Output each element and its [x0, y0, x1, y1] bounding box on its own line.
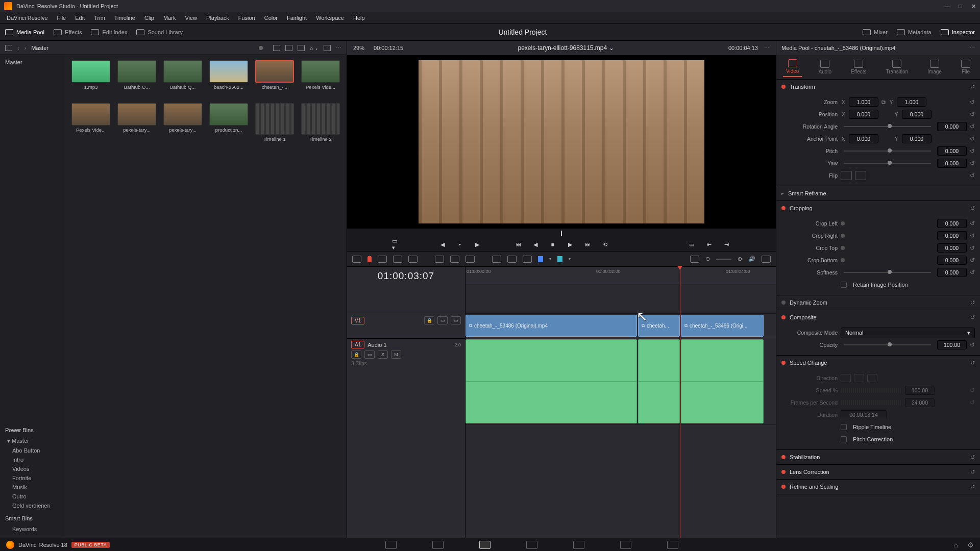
- menu-item[interactable]: Fusion: [235, 14, 259, 22]
- list-view-icon[interactable]: [298, 45, 305, 51]
- timeline-ruler[interactable]: 01:00:00:00 01:00:02:00 01:00:04:00: [465, 267, 776, 285]
- viewer-options-icon[interactable]: ⋯: [764, 45, 770, 52]
- home-icon[interactable]: ⌂: [954, 541, 958, 549]
- composite-header[interactable]: Composite↺: [776, 310, 980, 324]
- softness-field[interactable]: 0.000: [937, 268, 967, 277]
- edit-index-toggle[interactable]: Edit Index: [91, 29, 127, 35]
- edit-page-icon[interactable]: [479, 541, 491, 549]
- dynamic-zoom-header[interactable]: Dynamic Zoom↺: [776, 295, 980, 310]
- color-page-icon[interactable]: [573, 541, 584, 549]
- power-bin-item[interactable]: Intro: [5, 455, 60, 464]
- clip-thumbnail[interactable]: Pexels Vide...: [70, 103, 112, 142]
- audio-clip[interactable]: [638, 339, 680, 423]
- audio-icon[interactable]: 🔊: [748, 256, 755, 262]
- composite-mode-select[interactable]: Normal▾: [841, 328, 975, 338]
- effects-toggle[interactable]: Effects: [54, 29, 82, 35]
- media-page-icon[interactable]: [385, 541, 397, 549]
- enable-dot[interactable]: [781, 470, 786, 474]
- anchor-y-field[interactable]: 0.000: [902, 134, 932, 143]
- breadcrumb[interactable]: Master: [31, 45, 48, 51]
- timeline-view-icon[interactable]: [352, 256, 361, 263]
- solo-button[interactable]: S: [378, 350, 388, 359]
- blade-tool[interactable]: [408, 256, 418, 263]
- tab-audio[interactable]: Audio: [815, 58, 835, 77]
- rotation-field[interactable]: 0.000: [937, 122, 967, 131]
- menu-item[interactable]: Color: [261, 14, 281, 22]
- power-bin-item[interactable]: Outro: [5, 492, 60, 501]
- go-last-button[interactable]: ⏭: [583, 241, 592, 248]
- smart-reframe-header[interactable]: ▸Smart Reframe: [776, 186, 980, 201]
- power-bin-master[interactable]: ▾ Master: [5, 436, 60, 446]
- reset-icon[interactable]: ↺: [970, 341, 975, 348]
- retime-header[interactable]: Retime and Scaling↺: [776, 480, 980, 494]
- chevron-down-icon[interactable]: ▾: [569, 257, 571, 261]
- opacity-field[interactable]: 100.00: [937, 340, 967, 349]
- reset-icon[interactable]: ↺: [970, 205, 975, 212]
- window-close[interactable]: ✕: [971, 3, 976, 10]
- clip-thumbnail[interactable]: Bathtub Q...: [162, 60, 204, 99]
- fairlight-page-icon[interactable]: [620, 541, 631, 549]
- tab-transition[interactable]: Transition: [883, 58, 912, 77]
- reset-icon[interactable]: ↺: [970, 98, 975, 106]
- marker-dot-icon[interactable]: •: [455, 241, 464, 248]
- menu-item[interactable]: Fairlight: [283, 14, 310, 22]
- out-point-icon[interactable]: ⇥: [722, 241, 731, 248]
- tab-video[interactable]: Video: [783, 57, 802, 77]
- zoom-out-icon[interactable]: ⊖: [705, 256, 710, 262]
- menu-item[interactable]: Playback: [203, 14, 233, 22]
- pitch-correction-checkbox[interactable]: [841, 436, 847, 442]
- fps-field[interactable]: 24.000: [905, 398, 935, 407]
- loop-button[interactable]: ⟲: [600, 241, 609, 248]
- video-clip[interactable]: ⧉cheetah_-_53486 (Original).mp4: [465, 315, 637, 337]
- cropping-header[interactable]: Cropping↺: [776, 201, 980, 215]
- pool-options-icon[interactable]: ⋯: [336, 44, 341, 51]
- nav-fwd-icon[interactable]: ›: [24, 45, 27, 51]
- video-track-header[interactable]: V1 🔒 ▭ ▭: [347, 314, 465, 338]
- insert-clip-icon[interactable]: [435, 256, 444, 263]
- reset-icon[interactable]: ↺: [970, 244, 975, 252]
- video-clip[interactable]: ⧉cheetah_-_53486 (Origi...: [681, 315, 764, 337]
- menu-item[interactable]: Help: [350, 14, 369, 22]
- search-icon[interactable]: ⌕ ▾: [310, 45, 318, 51]
- yaw-field[interactable]: 0.000: [937, 159, 967, 168]
- fps-slider[interactable]: [841, 400, 902, 405]
- menu-item[interactable]: Workspace: [312, 14, 348, 22]
- menu-item[interactable]: DaVinci Resolve: [3, 14, 52, 22]
- trim-tool[interactable]: [378, 256, 387, 263]
- lock-icon[interactable]: [523, 256, 532, 263]
- window-minimize[interactable]: —: [944, 3, 949, 10]
- marker-cyan[interactable]: [557, 256, 562, 262]
- crop-top-field[interactable]: 0.000: [937, 243, 967, 253]
- settings-icon[interactable]: ⚙: [967, 541, 974, 549]
- go-first-button[interactable]: ⏮: [513, 241, 523, 248]
- audio-track-header[interactable]: A1 Audio 1 2.0 🔒 ▭ S M 3 Clips: [347, 338, 465, 425]
- step-back-button[interactable]: ◀: [531, 241, 540, 248]
- speed-pct-field[interactable]: 100.00: [905, 386, 935, 395]
- duration-field[interactable]: 00:00:18:14: [841, 410, 887, 419]
- menu-item[interactable]: View: [181, 14, 201, 22]
- dynamic-trim-tool[interactable]: [393, 256, 402, 263]
- disable-track-icon[interactable]: ▭: [451, 316, 461, 324]
- pitch-field[interactable]: 0.000: [937, 146, 967, 156]
- reset-icon[interactable]: ↺: [970, 135, 975, 142]
- next-marker-icon[interactable]: ▶: [473, 241, 482, 248]
- selection-tool[interactable]: [368, 256, 372, 262]
- crop-right-field[interactable]: 0.000: [937, 231, 967, 240]
- tab-image[interactable]: Image: [924, 58, 945, 77]
- in-point-icon[interactable]: ⇤: [704, 241, 714, 248]
- smart-bin-item[interactable]: Keywords: [5, 524, 60, 534]
- replace-clip-icon[interactable]: [465, 256, 475, 263]
- reset-icon[interactable]: ↺: [970, 84, 975, 90]
- mute-button[interactable]: M: [391, 350, 401, 359]
- viewer-zoom[interactable]: 29%: [353, 45, 364, 51]
- deliver-page-icon[interactable]: [667, 541, 678, 549]
- metadata-toggle[interactable]: Metadata: [897, 29, 932, 35]
- reset-icon[interactable]: ↺: [970, 299, 975, 306]
- reset-icon[interactable]: ↺: [970, 257, 975, 264]
- customize-icon[interactable]: [762, 256, 771, 263]
- reset-icon[interactable]: ↺: [970, 232, 975, 239]
- video-track[interactable]: ↖ ⧉cheetah_-_53486 (Original).mp4⧉cheeta…: [465, 314, 776, 338]
- video-clip[interactable]: ⧉cheetah...: [638, 315, 680, 337]
- flip-v-button[interactable]: [855, 171, 866, 180]
- reset-icon[interactable]: ↺: [970, 469, 975, 475]
